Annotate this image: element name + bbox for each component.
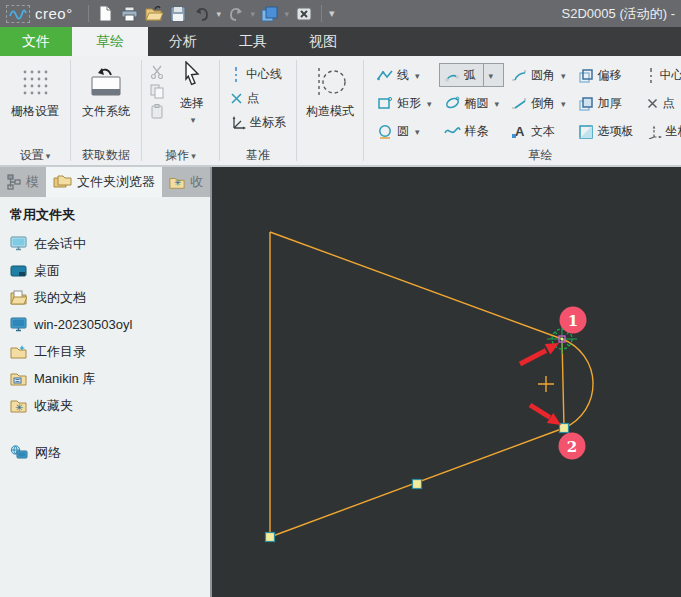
model-tree-icon xyxy=(7,174,21,190)
datum-centerline-button[interactable]: 中心线 xyxy=(230,65,286,83)
sketch-point-button[interactable]: 点 xyxy=(641,91,681,115)
tab-file[interactable]: 文件 xyxy=(0,27,72,56)
offset-button[interactable]: 偏移 xyxy=(573,63,639,87)
circle-button[interactable]: 圆 xyxy=(372,119,437,143)
windows-button[interactable] xyxy=(259,3,281,25)
manikin-library-icon xyxy=(10,371,27,386)
datum-csys-button[interactable]: 坐标系 xyxy=(230,113,286,131)
text-button[interactable]: A 文本 xyxy=(506,119,571,143)
badge-1-number: 1 xyxy=(568,312,578,330)
folder-item-favorites[interactable]: ✳ 收藏夹 xyxy=(10,392,210,419)
rectangle-dropdown-icon[interactable] xyxy=(425,96,432,110)
tab-analysis[interactable]: 分析 xyxy=(148,27,218,56)
folder-item-network[interactable]: 网络 xyxy=(10,439,210,466)
titlebar-separator xyxy=(88,5,89,22)
sketch-group-label: 草绘 xyxy=(364,146,681,165)
open-button[interactable] xyxy=(143,3,165,25)
operations-group-label[interactable]: 操作 xyxy=(142,146,219,165)
copy-icon[interactable] xyxy=(148,83,166,100)
arc-center-cross xyxy=(538,376,554,392)
folder-item-desktop[interactable]: 桌面 xyxy=(10,257,210,284)
vertex-handles[interactable] xyxy=(266,424,569,542)
top-edge-line xyxy=(270,232,562,339)
ellipse-dropdown-icon[interactable] xyxy=(493,96,500,110)
construction-mode-button[interactable]: 构造模式 xyxy=(301,61,359,120)
construction-mode-icon xyxy=(313,61,347,103)
undo-dropdown-icon[interactable]: ▾ xyxy=(214,9,224,19)
line-dropdown-icon[interactable] xyxy=(413,68,420,82)
redo-dropdown-icon[interactable]: ▾ xyxy=(248,9,258,19)
tab-sketch[interactable]: 草绘 xyxy=(72,27,148,56)
fillet-button[interactable]: 圆角 xyxy=(506,63,571,87)
settings-group-label[interactable]: 设置 xyxy=(0,146,70,165)
thicken-button[interactable]: 加厚 xyxy=(573,91,639,115)
grid-icon xyxy=(21,61,49,103)
point-icon xyxy=(230,92,243,105)
print-button[interactable] xyxy=(119,3,141,25)
new-file-button[interactable] xyxy=(95,3,117,25)
document-title: S2D0005 (活动的) - xyxy=(562,5,675,23)
working-directory-icon xyxy=(10,344,27,359)
select-button[interactable]: 选择 xyxy=(169,61,215,126)
chamfer-dropdown-icon[interactable] xyxy=(559,96,566,110)
select-dropdown-icon[interactable] xyxy=(189,112,196,126)
offset-icon xyxy=(578,68,594,83)
tab-model-tree[interactable]: 模 xyxy=(0,167,46,197)
cut-icon[interactable] xyxy=(148,63,166,80)
arc-button[interactable]: 弧 xyxy=(439,63,505,87)
save-button[interactable] xyxy=(167,3,189,25)
group-construction: 构造模式 xyxy=(297,56,363,165)
circle-dropdown-icon[interactable] xyxy=(413,124,420,138)
arc-dropdown-icon xyxy=(487,68,494,82)
folder-item-my-documents[interactable]: 我的文档 xyxy=(10,284,210,311)
arrow-to-point-1 xyxy=(520,351,546,365)
svg-text:✳: ✳ xyxy=(174,178,181,188)
datum-point-button[interactable]: 点 xyxy=(230,89,286,107)
grid-settings-label: 栅格设置 xyxy=(11,103,59,120)
group-operations: 选择 操作 xyxy=(142,56,219,165)
folder-item-in-session[interactable]: 在会话中 xyxy=(10,230,210,257)
file-system-label: 文件系统 xyxy=(82,103,130,120)
quick-access-chevron-icon[interactable]: ▾ xyxy=(327,7,337,20)
get-data-group-label: 获取数据 xyxy=(71,146,141,165)
group-sketch: 线 矩形 圆 弧 xyxy=(364,56,681,165)
grid-settings-button[interactable]: 栅格设置 xyxy=(4,61,66,120)
tab-tools[interactable]: 工具 xyxy=(218,27,288,56)
redo-button[interactable] xyxy=(225,3,247,25)
sketch-canvas[interactable]: 1 2 xyxy=(212,167,681,597)
undo-button[interactable] xyxy=(191,3,213,25)
arrow-to-point-2 xyxy=(530,405,550,418)
palette-button[interactable]: 选项板 xyxy=(573,119,639,143)
menu-tab-bar: 文件 草绘 分析 工具 视图 xyxy=(0,27,681,56)
arc-icon xyxy=(444,69,460,82)
sketch-centerline-button[interactable]: 中心线 xyxy=(641,63,681,87)
titlebar-separator-2 xyxy=(321,5,322,22)
creo-window: creo° ▾ ▾ ▾ ▾ S2D0005 (活动的) - xyxy=(0,0,681,597)
cursor-icon xyxy=(181,61,203,95)
group-get-data: 文件系统 获取数据 xyxy=(71,56,141,165)
rectangle-button[interactable]: 矩形 xyxy=(372,91,437,115)
file-system-button[interactable]: 文件系统 xyxy=(75,61,137,120)
folder-item-working-directory[interactable]: 工作目录 xyxy=(10,338,210,365)
vertex-handle xyxy=(266,533,275,542)
favorites-icon: ✳ xyxy=(10,398,27,413)
tab-view[interactable]: 视图 xyxy=(288,27,358,56)
arc-dropdown-button[interactable] xyxy=(483,64,497,86)
desktop-icon xyxy=(10,264,27,278)
tab-favorites[interactable]: ✳ 收 xyxy=(162,167,210,197)
paste-icon[interactable] xyxy=(148,103,166,120)
ellipse-button[interactable]: 椭圆 xyxy=(439,91,505,115)
chamfer-button[interactable]: 倒角 xyxy=(506,91,571,115)
folder-item-computer[interactable]: win-20230503oyl xyxy=(10,311,210,338)
close-window-button[interactable] xyxy=(293,3,315,25)
fillet-dropdown-icon[interactable] xyxy=(559,68,566,82)
folder-item-manikin-library[interactable]: Manikin 库 xyxy=(10,365,210,392)
centerline-icon xyxy=(646,67,656,83)
windows-dropdown-icon[interactable]: ▾ xyxy=(282,9,292,19)
sketch-csys-button[interactable]: 坐标系 xyxy=(641,119,681,143)
tab-folder-browser[interactable]: 文件夹浏览器 xyxy=(46,167,162,197)
favorites-folder-icon: ✳ xyxy=(169,175,185,190)
line-button[interactable]: 线 xyxy=(372,63,437,87)
my-documents-icon xyxy=(10,290,27,305)
spline-button[interactable]: 样条 xyxy=(439,119,505,143)
